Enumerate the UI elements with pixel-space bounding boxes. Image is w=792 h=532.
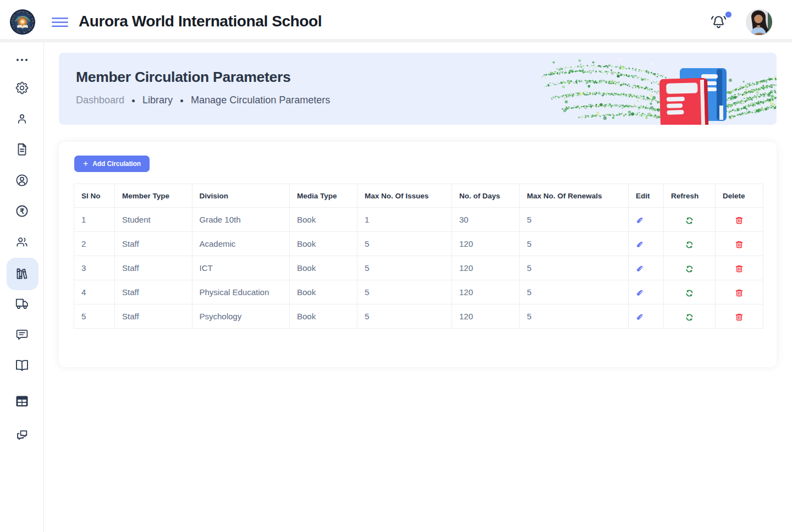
svg-text:₹: ₹ [20,207,24,215]
